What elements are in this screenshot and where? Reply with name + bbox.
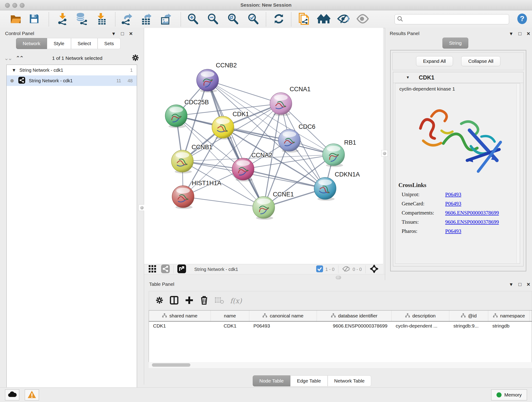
show-columns-icon[interactable] bbox=[170, 296, 179, 306]
crosslink-link[interactable]: P06493 bbox=[445, 228, 461, 234]
panel-collapse-icon[interactable]: ▼ bbox=[509, 32, 513, 36]
crosslink-row: GeneCard:P06493 bbox=[402, 201, 520, 207]
save-icon bbox=[29, 13, 40, 25]
table-cell: CDK1 bbox=[149, 323, 211, 329]
hide-unhide-button[interactable] bbox=[337, 13, 350, 26]
crosslinks-heading: CrossLinks bbox=[399, 182, 520, 188]
network-node-CCNE1[interactable]: CCNE1 bbox=[253, 191, 294, 220]
help-button[interactable]: ? bbox=[516, 13, 528, 26]
network-node-CDC25B[interactable]: CDC25B bbox=[165, 99, 209, 128]
crosslink-link[interactable]: 9606.ENSP00000378699 bbox=[445, 219, 499, 225]
toolbar-search[interactable] bbox=[394, 14, 509, 24]
network-node-CDC6[interactable]: CDC6 bbox=[278, 123, 316, 153]
column-header-shared-name[interactable]: shared name bbox=[149, 311, 211, 321]
network-node-RB1[interactable]: RB1 bbox=[323, 139, 356, 167]
cloud-button[interactable] bbox=[5, 389, 19, 400]
table-cell: cyclin-dependent ... bbox=[392, 323, 449, 329]
open-file-button[interactable] bbox=[10, 13, 22, 26]
crosslink-link[interactable]: P06493 bbox=[445, 191, 461, 198]
network-collection-row[interactable]: ▼ String Network - cdk1 1 bbox=[7, 65, 137, 75]
network-canvas[interactable]: CCNB2CCNA1CDC25BCDK1CDC6RB1CCNB1CCNA2CDK… bbox=[144, 28, 383, 264]
add-column-icon[interactable] bbox=[185, 296, 194, 306]
panel-float-icon[interactable]: □ bbox=[519, 31, 521, 36]
collapse-all-networks-icon[interactable]: ⌄⌄ bbox=[4, 55, 12, 61]
network-options-gear-icon[interactable] bbox=[132, 54, 139, 63]
network-node-HIST1H1A[interactable]: HIST1H1A bbox=[172, 180, 221, 209]
tab-edge-table[interactable]: Edge Table bbox=[290, 375, 328, 386]
import-network-button[interactable] bbox=[56, 13, 69, 26]
zoom-fit-button[interactable] bbox=[227, 13, 239, 26]
tree-expander-icon[interactable]: ▼ bbox=[12, 68, 16, 73]
expand-all-networks-icon[interactable]: ⌃⌃ bbox=[16, 55, 23, 61]
node-label-CCNA2: CCNA2 bbox=[251, 152, 272, 159]
import-table-button[interactable] bbox=[95, 13, 108, 26]
card-expander-icon[interactable]: ▼ bbox=[406, 75, 410, 80]
tab-style[interactable]: Style bbox=[47, 38, 71, 49]
zoom-selected-button[interactable] bbox=[247, 13, 259, 26]
crosslink-link[interactable]: P06493 bbox=[445, 201, 461, 207]
column-header-description[interactable]: description bbox=[392, 311, 449, 321]
horizontal-splitter-handle[interactable] bbox=[336, 276, 341, 279]
show-graphics-button[interactable] bbox=[356, 13, 369, 26]
results-scrollbar[interactable] bbox=[516, 84, 519, 263]
node-result-description: cyclin-dependent kinase 1 bbox=[399, 86, 520, 92]
zoom-out-button[interactable] bbox=[207, 13, 219, 26]
column-header-namespace[interactable]: namespace bbox=[488, 311, 530, 321]
clone-network-button[interactable] bbox=[298, 13, 310, 26]
zoom-in-button[interactable] bbox=[187, 13, 199, 26]
panel-float-icon[interactable]: □ bbox=[519, 282, 521, 287]
grid-view-icon[interactable] bbox=[148, 265, 157, 274]
column-header--id[interactable]: @id bbox=[449, 311, 488, 321]
table-hscroll-thumb[interactable] bbox=[152, 363, 190, 367]
node-label-CDK1: CDK1 bbox=[233, 111, 249, 118]
import-network-from-database-button[interactable] bbox=[75, 13, 88, 26]
warning-button[interactable] bbox=[25, 389, 39, 400]
panel-close-icon[interactable]: ✕ bbox=[526, 282, 530, 287]
crosslink-link[interactable]: 9606.ENSP00000378699 bbox=[445, 210, 499, 216]
panel-close-icon[interactable]: ✕ bbox=[129, 32, 133, 36]
memory-button[interactable]: Memory bbox=[491, 389, 527, 400]
network-birdseye-toggle-icon[interactable] bbox=[161, 264, 170, 274]
crosslink-label: Uniprot: bbox=[402, 191, 445, 198]
collapse-all-button[interactable]: Collapse All bbox=[461, 56, 500, 66]
tab-string[interactable]: String bbox=[443, 38, 468, 49]
table-panel-title: Table Panel bbox=[149, 281, 174, 287]
detach-view-icon[interactable] bbox=[177, 264, 186, 274]
column-header-canonical-name[interactable]: canonical name bbox=[249, 311, 317, 321]
tab-select[interactable]: Select bbox=[71, 38, 98, 49]
expand-all-button[interactable]: Expand All bbox=[416, 56, 453, 66]
save-session-button[interactable] bbox=[28, 13, 40, 26]
hierarchy-icon bbox=[262, 313, 267, 319]
column-header-name[interactable]: name bbox=[211, 311, 249, 321]
column-header-database-identifier[interactable]: database identifier bbox=[317, 311, 392, 321]
export-image-icon bbox=[160, 13, 172, 26]
open-folder-icon bbox=[10, 13, 22, 25]
panel-float-icon[interactable]: □ bbox=[121, 31, 124, 36]
export-network-button[interactable] bbox=[120, 13, 133, 26]
delete-column-icon[interactable] bbox=[200, 295, 209, 306]
right-splitter-handle[interactable] bbox=[381, 150, 388, 157]
network-row[interactable]: String Network - cdk1 11 48 bbox=[7, 75, 137, 86]
tab-node-table[interactable]: Node Table bbox=[253, 375, 290, 386]
network-node-CCNB1[interactable]: CCNB1 bbox=[171, 144, 213, 173]
export-table-button[interactable] bbox=[140, 13, 152, 26]
tab-network-table[interactable]: Network Table bbox=[328, 375, 371, 386]
table-row[interactable]: CDK1CDK1P064939606.ENSP00000378699cyclin… bbox=[149, 322, 532, 330]
export-image-button[interactable] bbox=[160, 13, 172, 26]
tab-sets[interactable]: Sets bbox=[98, 38, 120, 49]
panel-collapse-icon[interactable]: ▼ bbox=[509, 282, 513, 287]
table-settings-gear-icon[interactable] bbox=[155, 296, 164, 305]
birdseye-crosshair-icon[interactable] bbox=[369, 264, 379, 275]
panel-collapse-icon[interactable]: ▼ bbox=[111, 32, 116, 36]
network-node-CDKN1A[interactable]: CDKN1A bbox=[314, 171, 360, 201]
left-splitter[interactable] bbox=[141, 28, 143, 264]
search-input[interactable] bbox=[405, 17, 507, 22]
eye-slash-icon bbox=[337, 13, 350, 25]
string-home-button[interactable] bbox=[317, 13, 330, 26]
tab-network[interactable]: Network bbox=[16, 38, 47, 49]
memory-label: Memory bbox=[504, 392, 522, 398]
network-node-CCNA1[interactable]: CCNA1 bbox=[270, 86, 311, 116]
node-result-name: CDK1 bbox=[419, 74, 434, 81]
panel-close-icon[interactable]: ✕ bbox=[526, 32, 530, 36]
apply-layout-button[interactable] bbox=[273, 13, 285, 26]
